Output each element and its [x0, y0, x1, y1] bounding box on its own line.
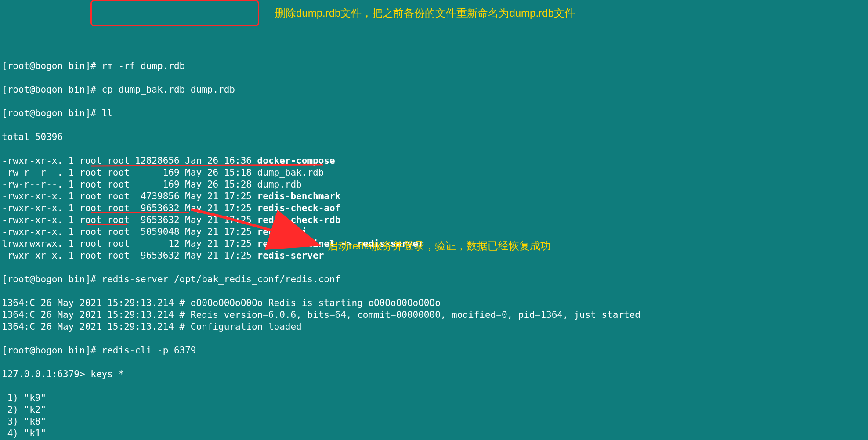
- file-row: -rwxr-xr-x. 1 root root 5059048 May 21 1…: [2, 226, 868, 238]
- cmd-ll-line: [root@bogon bin]# ll: [2, 108, 868, 119]
- file-row: -rwxr-xr-x. 1 root root 9653632 May 21 1…: [2, 202, 868, 214]
- cmd-keys-line: 127.0.0.1:6379> keys *: [2, 368, 868, 380]
- log-line: 1364:C 26 May 2021 15:29:13.214 # oO0OoO…: [2, 297, 868, 309]
- annotation-top: 删除dump.rdb文件，把之前备份的文件重新命名为dump.rdb文件: [275, 7, 575, 19]
- redis-log: 1364:C 26 May 2021 15:29:13.214 # oO0OoO…: [2, 297, 868, 333]
- key-line: 4) "k1": [2, 428, 868, 440]
- key-line: 1) "k9": [2, 392, 868, 404]
- file-row: -rwxr-xr-x. 1 root root 9653632 May 21 1…: [2, 214, 868, 226]
- file-row: -rw-r--r--. 1 root root 169 May 26 15:28…: [2, 179, 868, 191]
- log-line: 1364:C 26 May 2021 15:29:13.214 # Redis …: [2, 309, 868, 321]
- cmd-cp-line: [root@bogon bin]# cp dump_bak.rdb dump.r…: [2, 84, 868, 96]
- file-row: -rwxr-xr-x. 1 root root 4739856 May 21 1…: [2, 191, 868, 202]
- key-line: 3) "k8": [2, 416, 868, 428]
- total-line: total 50396: [2, 131, 868, 143]
- file-row: -rwxr-xr-x. 1 root root 12828656 Jan 26 …: [2, 155, 868, 167]
- file-row: -rwxr-xr-x. 1 root root 9653632 May 21 1…: [2, 250, 868, 262]
- highlight-box-commands: [90, 0, 259, 26]
- cmd-cli-line: [root@bogon bin]# redis-cli -p 6379: [2, 345, 868, 357]
- log-line: 1364:C 26 May 2021 15:29:13.214 # Config…: [2, 321, 868, 333]
- cmd-rm-line: [root@bogon bin]# rm -rf dump.rdb: [2, 60, 868, 72]
- keys-output: 1) "k9" 2) "k2" 3) "k8" 4) "k1" 5) "k5" …: [2, 392, 868, 440]
- cmd-server-line: [root@bogon bin]# redis-server /opt/bak_…: [2, 274, 868, 285]
- key-line: 2) "k2": [2, 404, 868, 416]
- file-row: -rw-r--r--. 1 root root 169 May 26 15:18…: [2, 167, 868, 179]
- annotation-bottom: 启动redis服务并登录，验证，数据已经恢复成功: [328, 240, 551, 252]
